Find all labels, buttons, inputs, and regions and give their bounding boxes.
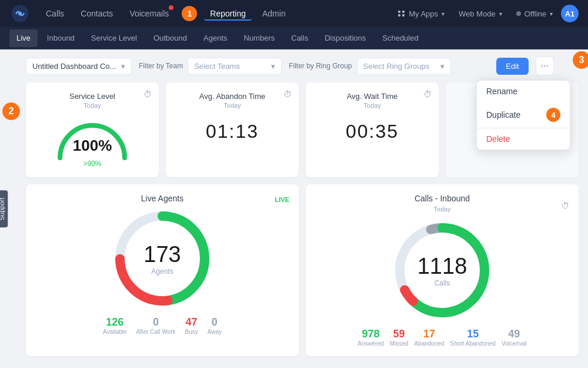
service-level-title: Service Level	[35, 92, 149, 101]
my-apps-button[interactable]: My Apps ▾	[392, 7, 450, 21]
live-agents-stats: 126 Available 0 After Call Work 47 Busy …	[35, 316, 289, 335]
filter-ring-placeholder: Select Ring Groups	[363, 62, 437, 71]
subnav-outbound[interactable]: Outbound	[146, 29, 194, 47]
voicemail-value: 49	[502, 328, 527, 340]
live-agents-label: Agents	[143, 267, 181, 276]
clock-icon-abandon: ⏱	[283, 89, 292, 99]
calls-inbound-stats: 978 Answered 59 Missed 17 Abandoned 15 S…	[315, 328, 569, 347]
more-options-button[interactable]: ···	[536, 57, 554, 75]
svg-point-1	[18, 12, 22, 15]
subnav-scheduled[interactable]: Scheduled	[375, 29, 425, 47]
filter-team-placeholder: Select Teams	[194, 62, 268, 71]
filter-team-select[interactable]: Select Teams ▾	[188, 58, 282, 75]
avatar[interactable]: A1	[561, 5, 579, 22]
live-agents-center: 173 Agents	[143, 242, 181, 276]
calls-inbound-donut: 1118 Calls	[315, 217, 569, 323]
stat-busy: 47 Busy	[185, 316, 198, 335]
dropdown-rename[interactable]: Rename	[477, 81, 570, 102]
calls-inbound-label: Calls	[417, 279, 467, 287]
acw-label: After Call Work	[136, 329, 175, 335]
top-nav: Calls Contacts Voicemails 1 Reporting Ad…	[0, 0, 588, 27]
wait-value: 00:35	[346, 121, 399, 142]
dashboard-area: Untitled Dashboard Co... ▾ Filter by Tea…	[16, 49, 588, 368]
support-tab[interactable]: Support	[0, 190, 8, 227]
abandoned-label: Abandoned	[414, 340, 444, 347]
live-agents-donut: 173 Agents	[35, 205, 289, 311]
calls-inbound-center: 1118 Calls	[417, 254, 467, 287]
my-apps-chevron: ▾	[442, 11, 445, 17]
calls-inbound-card: Calls - Inbound Today ⏱	[306, 184, 579, 356]
subnav-inbound[interactable]: Inbound	[40, 29, 82, 47]
stat-available: 126 Available	[103, 316, 126, 335]
toolbar: Untitled Dashboard Co... ▾ Filter by Tea…	[26, 57, 579, 75]
stat-abandoned: 17 Abandoned	[414, 328, 444, 347]
live-agents-total: 173	[143, 242, 181, 267]
subnav-agents[interactable]: Agents	[196, 29, 234, 47]
missed-label: Missed	[390, 340, 409, 347]
nav-voicemails[interactable]: Voicemails	[123, 6, 175, 21]
busy-value: 47	[185, 316, 198, 329]
abandon-title: Avg. Abandon Time	[175, 92, 289, 101]
bottom-row: Live Agents LIVE	[26, 184, 579, 356]
filter-ring-select[interactable]: Select Ring Groups ▾	[357, 58, 451, 75]
voicemail-badge	[169, 5, 173, 10]
answered-value: 978	[358, 328, 383, 340]
subnav-numbers[interactable]: Numbers	[237, 29, 282, 47]
logo[interactable]	[9, 3, 31, 24]
filter-ring-group: Filter by Ring Group Select Ring Groups …	[289, 58, 450, 75]
nav-contacts[interactable]: Contacts	[75, 6, 119, 21]
offline-status[interactable]: Offline ▾	[510, 7, 559, 21]
metric-wait-time: ⏱ Avg. Wait Time Today 00:35	[306, 82, 439, 177]
short-abandoned-label: Short Abandoned	[450, 340, 496, 347]
calls-donut-wrap: 1118 Calls	[389, 217, 495, 323]
dropdown-delete[interactable]: Delete	[477, 128, 570, 150]
main-content: Support 2 Untitled Dashboard Co... ▾ Fil…	[0, 49, 588, 368]
subnav-live[interactable]: Live	[9, 29, 38, 47]
calls-inbound-total: 1118	[417, 254, 467, 279]
service-level-threshold: >90%	[35, 160, 149, 168]
filter-team-label: Filter by Team	[139, 62, 183, 70]
donut-svg-wrap: 173 Agents	[109, 205, 215, 311]
voicemail-label: Voicemail	[502, 340, 527, 347]
offline-chevron: ▾	[550, 11, 553, 17]
dashboard-selector[interactable]: Untitled Dashboard Co... ▾	[26, 58, 132, 75]
step1-badge: 1	[182, 6, 197, 21]
dropdown-duplicate[interactable]: Duplicate 4	[477, 102, 570, 128]
step4-badge: 4	[546, 108, 560, 122]
wait-title: Avg. Wait Time	[315, 92, 429, 101]
stat-missed: 59 Missed	[390, 328, 409, 347]
subnav-dispositions[interactable]: Dispositions	[318, 29, 373, 47]
nav-reporting[interactable]: Reporting	[204, 6, 252, 21]
away-label: Away	[208, 329, 222, 335]
stat-answered: 978 Answered	[358, 328, 383, 347]
calls-inbound-sub: Today	[379, 205, 506, 213]
dashboard-name: Untitled Dashboard Co...	[32, 62, 118, 71]
nav-right: My Apps ▾ Web Mode ▾ Offline ▾ A1	[392, 5, 579, 22]
available-value: 126	[103, 316, 126, 329]
nav-admin[interactable]: Admin	[256, 6, 292, 21]
missed-value: 59	[390, 328, 409, 340]
service-level-sub: Today	[35, 102, 149, 109]
subnav-calls[interactable]: Calls	[284, 29, 315, 47]
away-value: 0	[208, 316, 222, 329]
clock-icon-calls: ⏱	[561, 201, 569, 210]
edit-button[interactable]: Edit	[496, 58, 528, 75]
sub-nav: Live Inbound Service Level Outbound Agen…	[0, 27, 588, 49]
step2-badge: 2	[2, 102, 20, 120]
metric-abandon-time: ⏱ Avg. Abandon Time Today 01:13	[166, 82, 299, 177]
subnav-service-level[interactable]: Service Level	[84, 29, 144, 47]
available-label: Available	[103, 329, 126, 335]
dashboard-chevron-icon: ▾	[121, 62, 125, 71]
filter-ring-chevron-icon: ▾	[440, 62, 445, 71]
live-agents-card: Live Agents LIVE	[26, 184, 299, 356]
stat-voicemail: 49 Voicemail	[502, 328, 527, 347]
acw-value: 0	[136, 316, 175, 329]
dropdown-menu: Rename Duplicate 4 Delete	[476, 80, 570, 150]
nav-calls[interactable]: Calls	[40, 6, 70, 21]
clock-icon-service: ⏱	[143, 89, 152, 99]
wait-sub: Today	[315, 102, 429, 109]
web-mode-button[interactable]: Web Mode ▾	[453, 7, 508, 21]
filter-ring-label: Filter by Ring Group	[289, 62, 352, 70]
stat-away: 0 Away	[208, 316, 222, 335]
calls-inbound-title: Calls - Inbound	[379, 194, 506, 203]
